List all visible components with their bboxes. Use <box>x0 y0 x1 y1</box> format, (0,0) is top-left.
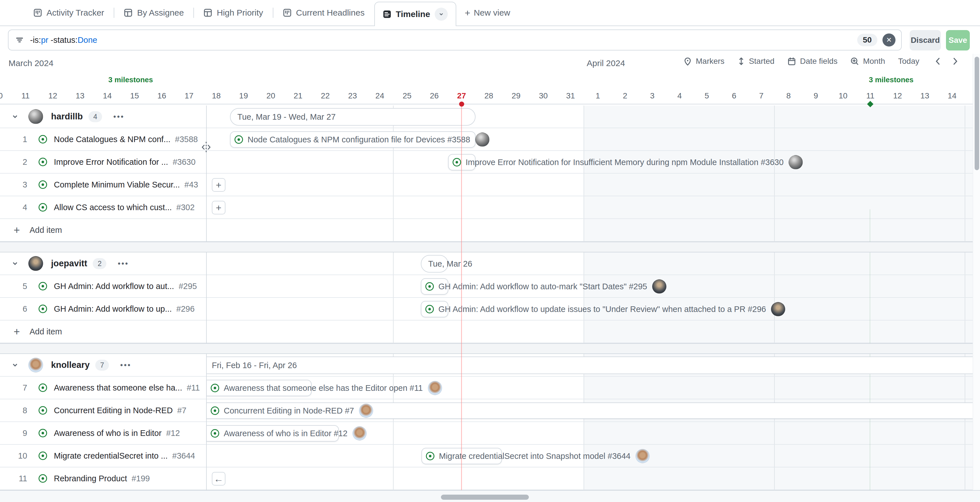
month-label-march: March 2024 <box>8 59 53 68</box>
horizontal-scrollbar-thumb[interactable] <box>441 495 529 500</box>
day-label: 14 <box>948 88 956 104</box>
group-date-range-pill[interactable]: Fri, Feb 16 - Fri, Apr 26 <box>207 357 980 374</box>
scroll-to-bar-left-button[interactable]: ← <box>212 472 226 486</box>
avatar <box>352 426 367 440</box>
table-row[interactable]: 3Complete Minimum Viable Secur...#43 + <box>0 174 980 196</box>
avatar <box>789 155 803 169</box>
table-row[interactable]: 11Rebranding Product#199 ← <box>0 467 980 490</box>
save-button[interactable]: Save <box>946 30 970 51</box>
open-issue-icon <box>211 406 219 415</box>
clear-filter-button[interactable]: ✕ <box>883 33 896 46</box>
day-label: 28 <box>484 88 493 104</box>
group-date-range-pill[interactable]: Tue, Mar 19 - Wed, Mar 27 <box>230 108 476 126</box>
panel-resize-handle[interactable] <box>200 141 213 154</box>
open-issue-icon <box>38 406 47 414</box>
timeline-bar[interactable]: Concurrent Editing in Node-RED #7 <box>207 402 980 419</box>
day-label: 21 <box>294 88 302 104</box>
day-label: 1 <box>595 88 600 104</box>
group-menu-button[interactable]: ••• <box>120 361 131 370</box>
table-row[interactable]: 8Concurrent Editing in Node-RED#7 Concur… <box>0 399 980 422</box>
table-row[interactable]: 10Migrate credentialSecret into ...#3644… <box>0 445 980 467</box>
group-menu-button[interactable]: ••• <box>118 259 129 268</box>
timeline-bar[interactable]: Awareness that someone else has the Edit… <box>207 380 312 396</box>
project-icon <box>283 8 291 17</box>
group-date-range-pill[interactable]: Tue, Mar 26 <box>421 255 448 273</box>
open-issue-icon <box>38 474 47 483</box>
timeline-bar[interactable]: Awareness of who is in Editor #12 <box>207 425 339 441</box>
day-label: 16 <box>158 88 166 104</box>
add-item-row[interactable]: +Add item <box>0 320 980 343</box>
tab-timeline-active[interactable]: Timeline <box>374 2 456 26</box>
vertical-scrollbar-thumb[interactable] <box>975 57 979 170</box>
avatar <box>29 256 43 271</box>
chevron-down-icon[interactable] <box>11 260 19 267</box>
tab-high-priority[interactable]: High Priority <box>194 0 272 25</box>
open-issue-icon <box>426 452 434 460</box>
avatar <box>29 109 43 124</box>
day-label: 3 <box>650 88 655 104</box>
milestones-link-march[interactable]: 3 milestones <box>108 75 153 84</box>
avatar <box>29 358 43 372</box>
tab-current-headlines[interactable]: Current Headlines <box>274 0 374 25</box>
markers-button[interactable]: Markers <box>683 57 724 66</box>
table-row[interactable]: 4Allow CS access to which cust...#302 + <box>0 196 980 219</box>
sort-started-button[interactable]: Started <box>738 57 775 66</box>
chevron-down-icon[interactable] <box>11 361 19 369</box>
add-item-row[interactable]: +Add item <box>0 219 980 242</box>
open-issue-icon <box>38 180 47 189</box>
filter-input[interactable]: -is:pr -status:Done 50 ✕ <box>8 30 902 51</box>
table-row[interactable]: 9Awareness of who is in Editor#12 Awaren… <box>0 422 980 445</box>
tab-activity-tracker[interactable]: Activity Tracker <box>24 0 114 25</box>
today-line <box>461 104 462 490</box>
milestones-link-april[interactable]: 3 milestones <box>869 75 914 84</box>
timeline-bar[interactable]: GH Admin: Add workflow to auto-mark "Sta… <box>421 278 448 295</box>
horizontal-scrollbar[interactable] <box>0 490 980 502</box>
table-row[interactable]: 7Awareness that someone else ha...#11 Aw… <box>0 377 980 399</box>
group-name[interactable]: hardillb <box>51 112 83 122</box>
tab-label: Timeline <box>396 10 430 19</box>
filter-query[interactable]: -is:pr -status:Done <box>30 35 857 45</box>
table-row[interactable]: 1Node Catalogues & NPM conf...#3588 Node… <box>0 128 980 151</box>
chevron-down-icon[interactable] <box>11 113 19 120</box>
discard-button[interactable]: Discard <box>910 30 941 51</box>
open-issue-icon <box>38 451 47 460</box>
date-fields-button[interactable]: Date fields <box>788 57 837 66</box>
today-button[interactable]: Today <box>898 57 919 66</box>
timeline-bar[interactable]: GH Admin: Add workflow to update issues … <box>421 301 448 317</box>
table-icon <box>204 8 212 17</box>
table-row[interactable]: 2Improve Error Notification for ...#3630… <box>0 151 980 174</box>
open-issue-icon <box>38 203 47 212</box>
avatar <box>359 403 373 418</box>
open-issue-icon <box>425 282 434 291</box>
vertical-scrollbar[interactable] <box>973 54 980 490</box>
group-menu-button[interactable]: ••• <box>113 112 124 121</box>
avatar <box>428 381 442 395</box>
scroll-left-button[interactable] <box>935 57 941 65</box>
timeline-bar[interactable]: Node Catalogues & NPM configuration file… <box>230 131 476 148</box>
scroll-right-button[interactable] <box>952 57 958 65</box>
group-name[interactable]: joepavitt <box>51 258 87 269</box>
day-label: 12 <box>893 88 902 104</box>
day-label: 9 <box>813 88 818 104</box>
day-label: 10 <box>839 88 848 104</box>
tab-label: Activity Tracker <box>46 8 104 18</box>
day-label: 2 <box>623 88 628 104</box>
milestone-line <box>870 209 870 502</box>
arrow-left-icon: ← <box>214 473 223 484</box>
table-row[interactable]: 5GH Admin: Add workflow to aut...#295 GH… <box>0 275 980 298</box>
add-dates-button[interactable]: + <box>212 178 226 192</box>
table-row[interactable]: 6GH Admin: Add workflow to up...#296 GH … <box>0 298 980 320</box>
day-label: 29 <box>512 88 520 104</box>
new-view-button[interactable]: + New view <box>456 8 519 18</box>
add-dates-button[interactable]: + <box>212 201 226 214</box>
open-issue-icon <box>425 305 434 313</box>
open-issue-icon <box>38 282 47 290</box>
group-header-row: knolleary 7 ••• Fri, Feb 16 - Fri, Apr 2… <box>0 354 980 377</box>
group-name[interactable]: knolleary <box>51 360 90 370</box>
open-issue-icon <box>38 135 47 143</box>
tab-options-button[interactable] <box>435 8 448 21</box>
zoom-month-button[interactable]: Month <box>850 57 885 66</box>
tab-by-assignee[interactable]: By Assignee <box>114 0 193 25</box>
open-issue-icon <box>211 429 219 438</box>
calendar-icon <box>788 57 796 65</box>
